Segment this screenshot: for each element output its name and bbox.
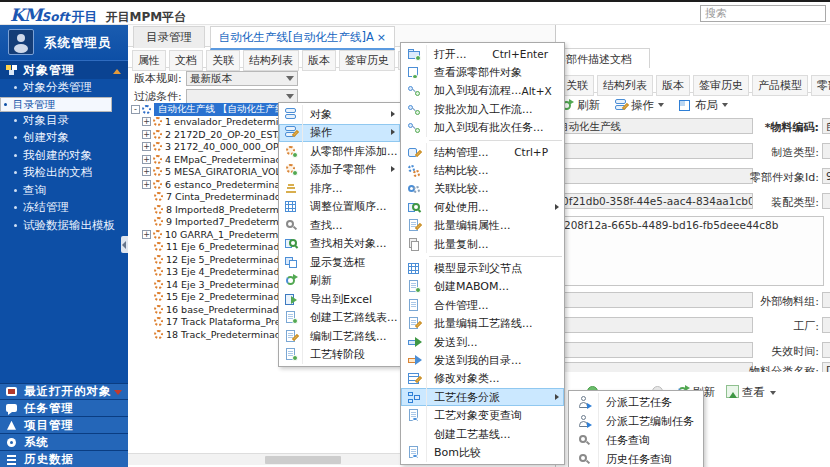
task-assign-icon [407, 391, 421, 404]
menu-item[interactable]: 查找相关对象... [279, 235, 400, 254]
menu-item[interactable]: 历史任务查询 [569, 450, 703, 467]
menu-item[interactable]: 发送到... [401, 333, 564, 351]
menu-item[interactable]: 模型显示到父节点 [401, 259, 564, 277]
menu-item[interactable]: 工艺对象变更查询 [401, 406, 564, 424]
menu-item[interactable]: 结构比较... [401, 161, 564, 179]
tree-expand-icon[interactable]: + [142, 155, 151, 164]
tab-属性[interactable]: 属性 [132, 50, 166, 71]
tab-结构列表[interactable]: 结构列表 [597, 75, 653, 96]
menu-item[interactable]: 导出到Excel [279, 290, 400, 309]
menu-item[interactable]: 批量复制... [401, 235, 564, 253]
menu-item[interactable]: 按批次加入工作流... [401, 100, 564, 118]
menu-item[interactable]: 查找... [279, 216, 400, 235]
sidebar-section[interactable]: 历史数据 [0, 450, 128, 467]
form-textarea[interactable]: 208f12a-665b-4489-bd16-fb5deee44c8b [556, 216, 824, 286]
document-tab[interactable]: 目录管理 [133, 26, 205, 48]
tree-expand-icon[interactable]: + [142, 230, 151, 239]
form-input[interactable]: 96 [822, 168, 830, 184]
form-input[interactable]: DD [822, 362, 830, 372]
part-gear-icon [153, 130, 162, 139]
tab-版本[interactable]: 版本 [302, 50, 336, 71]
menu-item[interactable]: 发送到我的目录... [401, 351, 564, 369]
menu-item[interactable]: 任务查询 [569, 431, 703, 450]
form-input[interactable] [822, 193, 830, 209]
version-rule-select[interactable]: 最新版本 [186, 71, 298, 86]
menu-item[interactable]: 创建MABOM... [401, 278, 564, 296]
tab-产品模型[interactable]: 产品模型 [752, 75, 808, 96]
tab-签审历史[interactable]: 签审历史 [693, 75, 749, 96]
toolbar-button-操作[interactable]: 操作 [614, 98, 664, 113]
tree-expand-icon[interactable]: + [142, 167, 151, 176]
menu-item[interactable]: 刷新 [279, 272, 400, 291]
toolbar-button-刷新[interactable]: 刷新 [560, 98, 600, 113]
menu-item[interactable]: 调整位置顺序... [279, 198, 400, 217]
menu-item[interactable]: 合件管理... [401, 296, 564, 314]
menu-item[interactable]: 分派工艺任务 [569, 393, 703, 412]
scrollbar-thumb[interactable] [265, 456, 341, 464]
tab-关联[interactable]: 关联 [206, 50, 240, 71]
menu-item[interactable]: 对象 [279, 105, 400, 124]
menu-item[interactable]: 工艺任务分派 [401, 388, 564, 406]
menu-item[interactable]: 添加子零部件 [279, 161, 400, 180]
sidebar-section[interactable]: 任务管理 [0, 399, 128, 416]
menu-item[interactable]: 查看源零部件对象 [401, 63, 564, 81]
form-input[interactable] [822, 143, 830, 159]
folder-open-icon [407, 48, 421, 61]
tab-签审历史[interactable]: 签审历史 [339, 50, 395, 71]
menu-item[interactable]: 打开...Ctrl+Enter [401, 45, 564, 63]
tree-expand-icon[interactable]: + [142, 130, 151, 139]
close-icon[interactable]: × [377, 31, 386, 44]
sidebar-item[interactable]: 查询 [0, 182, 128, 200]
sidebar-item[interactable]: 我检出的文档 [0, 164, 128, 182]
tree-expand-icon[interactable]: + [142, 142, 151, 151]
menu-item[interactable]: 修改对象类... [401, 370, 564, 388]
toolbar-button-布局[interactable]: 布局 [678, 98, 728, 113]
menu-item[interactable]: 排序... [279, 179, 400, 198]
menu-item[interactable]: 加入到现有批次任务... [401, 119, 564, 137]
sidebar-section[interactable]: 项目管理 [0, 416, 128, 433]
form-input[interactable] [822, 317, 830, 333]
tab-关联[interactable]: 关联 [560, 75, 594, 96]
menu-item[interactable]: 分派工艺编制任务 [569, 412, 703, 431]
menu-item[interactable]: 何处使用... [401, 198, 564, 216]
tab-零部件模型[interactable]: 零部件模型 [811, 75, 830, 96]
sidebar-section-object-management[interactable]: 对象管理 [0, 60, 128, 79]
sidebar-item[interactable]: 对象分类管理 [0, 79, 128, 97]
menu-item[interactable]: 批量编辑属性... [401, 217, 564, 235]
gear-add-icon [284, 163, 298, 176]
menu-item[interactable]: 结构管理...Ctrl+P [401, 143, 564, 161]
menu-item[interactable]: 显示复选框 [279, 253, 400, 272]
tree-expand-icon[interactable]: + [142, 117, 151, 126]
menu-item[interactable]: Bom比较 [401, 443, 564, 461]
tree-collapse-icon[interactable]: - [131, 105, 140, 114]
menu-item[interactable]: 工艺转阶段 [279, 346, 400, 365]
menu-item[interactable]: 从零部件库添加... [279, 142, 400, 161]
menu-icon-gutter [279, 142, 303, 161]
form-input[interactable] [822, 292, 830, 308]
menu-item[interactable]: 操作 [279, 124, 400, 143]
sidebar-item[interactable]: 试验数据输出模板 [0, 217, 128, 235]
sidebar-item[interactable]: 对象目录 [0, 112, 128, 130]
tree-expand-icon[interactable]: + [142, 180, 151, 189]
sidebar-item[interactable]: 冻结管理 [0, 199, 128, 217]
sidebar-section[interactable]: 系统 [0, 433, 128, 450]
tab-结构列表[interactable]: 结构列表 [243, 50, 299, 71]
sidebar-item[interactable]: 我创建的对象 [0, 147, 128, 165]
menu-item[interactable]: 批量编辑工艺路线... [401, 314, 564, 332]
form-label: 制造类型: [706, 145, 819, 160]
form-input[interactable]: 自 [822, 118, 830, 134]
menu-item[interactable]: 加入到现有流程...Alt+X [401, 82, 564, 100]
menu-item[interactable]: 创建工艺基线... [401, 425, 564, 443]
global-search-input[interactable] [700, 5, 826, 22]
sidebar-item[interactable]: 目录管理 [0, 97, 112, 112]
sidebar-item[interactable]: 创建对象 [0, 129, 128, 147]
tab-文档[interactable]: 文档 [169, 50, 203, 71]
tab-版本[interactable]: 版本 [656, 75, 690, 96]
menu-item[interactable]: 关联比较... [401, 180, 564, 198]
menu-item[interactable]: 创建工艺路线表... [279, 309, 400, 328]
menu-item[interactable]: 编制工艺路线... [279, 327, 400, 346]
form-input[interactable] [822, 342, 830, 358]
sidebar-collapse-handle[interactable] [121, 236, 128, 253]
doc-icon [407, 299, 421, 312]
sidebar-section[interactable]: 最近打开的对象 [0, 383, 128, 400]
